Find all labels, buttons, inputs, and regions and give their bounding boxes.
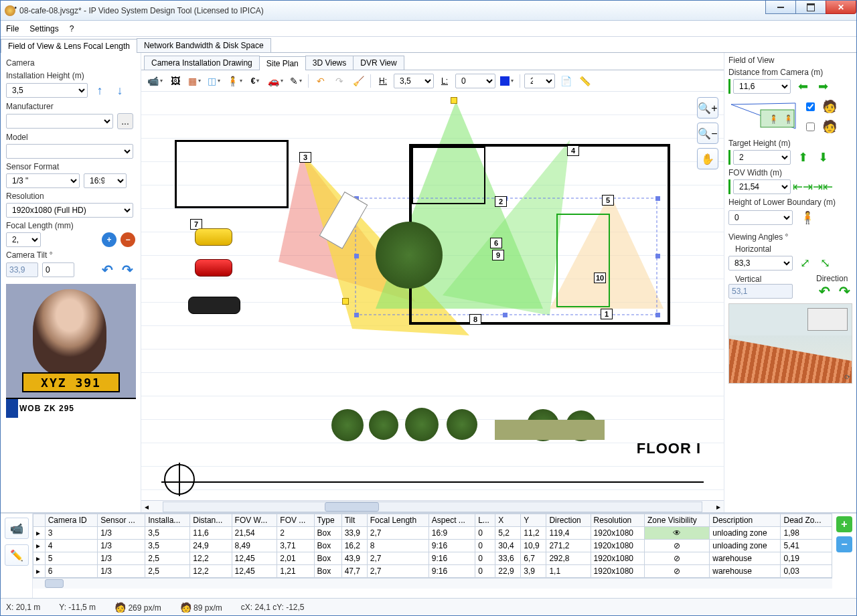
sensor-select[interactable]: 1/3 " <box>6 173 80 188</box>
status-px1: 269 px/m <box>128 603 161 613</box>
model-select[interactable] <box>6 144 133 159</box>
tilt-primary-input[interactable] <box>6 262 38 277</box>
wall-tool-icon[interactable]: ▦▾ <box>186 73 203 89</box>
app-icon <box>5 5 15 16</box>
draw-tool-icon[interactable]: ✎▾ <box>288 73 304 89</box>
tilt-cw-icon[interactable]: ↷ <box>119 262 135 278</box>
main-tabs: Field of View & Lens Focal Length Networ… <box>1 37 856 53</box>
toolbar: 📹▾ 🖼 ▦▾ ◫▾ 🧍▾ €▾ 🚗▾ ✎▾ ↶ ↷ 🧹 H: 3,5 L: 0… <box>141 70 724 92</box>
person-tool-icon[interactable]: 🧍▾ <box>225 73 244 89</box>
lower-boundary-label: Height of Lower Boundary (m) <box>728 198 852 207</box>
menu-help[interactable]: ? <box>70 24 74 33</box>
camera-tool-icon[interactable]: 📹▾ <box>145 73 165 89</box>
horiz-expand-icon[interactable]: ⤢ <box>797 255 813 271</box>
target-up-icon[interactable]: ⬆ <box>795 149 811 165</box>
color-swatch[interactable]: ▾ <box>498 73 516 89</box>
count-select[interactable]: 2 <box>524 74 555 88</box>
direction-label: Direction <box>816 274 852 283</box>
floor-label: FLOOR I <box>637 440 701 457</box>
sensor-format-label: Sensor Format <box>6 162 135 171</box>
tab-dvr-view[interactable]: DVR View <box>353 56 404 70</box>
remove-row-button[interactable]: − <box>836 536 852 552</box>
focal-minus-button[interactable]: − <box>121 232 135 247</box>
model-label: Model <box>6 133 135 142</box>
height-up-icon[interactable]: ↑ <box>92 82 108 98</box>
fovw-expand-icon[interactable]: ⇤⇥ <box>795 179 811 195</box>
tab-camera-drawing[interactable]: Camera Installation Drawing <box>144 56 260 70</box>
distance-select[interactable]: 11,6 <box>733 79 791 94</box>
license-plate-2: WOB ZK 295 <box>6 398 136 418</box>
site-plan-canvas[interactable]: 🔍+ 🔍− ✋ <box>141 92 724 500</box>
height-down-icon[interactable]: ↓ <box>112 82 128 98</box>
redo-icon[interactable]: ↷ <box>331 73 347 89</box>
h-label: H: <box>375 73 391 89</box>
maximize-button[interactable] <box>795 1 826 14</box>
window-title: 08-cafe-08.jvsgz* - IP Video System Desi… <box>19 6 264 15</box>
report-icon[interactable]: 📄 <box>558 73 574 89</box>
car-tool-icon[interactable]: 🚗▾ <box>266 73 285 89</box>
image-tool-icon[interactable]: 🖼 <box>167 73 183 89</box>
box-tool-icon[interactable]: ◫▾ <box>206 73 222 89</box>
target-height-label: Target Height (m) <box>728 139 852 148</box>
license-plate-1: XYZ 391 <box>22 372 120 392</box>
minimize-button[interactable] <box>765 1 796 14</box>
target-height-select[interactable]: 2 <box>733 150 791 165</box>
menu-settings[interactable]: Settings <box>29 24 58 33</box>
camera-type-button[interactable]: 📹 <box>5 518 29 539</box>
tab-3d-views[interactable]: 3D Views <box>305 56 354 70</box>
h-select[interactable]: 3,5 <box>394 74 434 88</box>
status-cxy: cX: 24,1 cY: -12,5 <box>241 603 305 612</box>
direction-cw-icon[interactable]: ↷ <box>836 283 852 299</box>
fov-width-label: FOV Width (m) <box>728 168 852 177</box>
vertical-input <box>728 284 793 299</box>
person-status-icon-2: 🧑 <box>180 602 191 613</box>
camera-table[interactable]: Camera IDSensor ...Installa...Distan...F… <box>33 514 832 578</box>
manufacturer-browse-button[interactable]: ... <box>117 113 133 129</box>
resolution-select[interactable]: 1920x1080 (Full HD) <box>6 203 133 218</box>
camera-preview: XYZ 391 WOB ZK 295 <box>6 284 136 418</box>
distance-left-icon[interactable]: ⬅ <box>795 78 811 94</box>
canvas-hscroll[interactable]: ◂ ▸ <box>141 500 724 512</box>
measure-icon[interactable]: 📏 <box>576 73 593 89</box>
camera-label: Camera <box>6 58 135 68</box>
tilt-secondary-input[interactable] <box>42 262 74 277</box>
lower-boundary-select[interactable]: 0 <box>728 210 793 225</box>
focal-plus-button[interactable]: + <box>102 232 116 247</box>
horizontal-label: Horizontal <box>728 244 852 254</box>
manufacturer-select[interactable] <box>6 114 113 129</box>
menu-file[interactable]: File <box>6 24 19 33</box>
menubar: File Settings ? <box>1 21 856 37</box>
svg-text:🧍: 🧍 <box>783 114 793 124</box>
installation-height-label: Installation Height (m) <box>6 71 135 80</box>
fov-person2-check[interactable] <box>806 123 815 131</box>
distance-right-icon[interactable]: ➡ <box>815 78 831 94</box>
fov-width-select[interactable]: 21,54 <box>733 179 791 194</box>
close-button[interactable] <box>826 1 856 14</box>
l-select[interactable]: 0 <box>455 74 495 88</box>
distance-label: Distance from Camera (m) <box>728 68 852 77</box>
target-down-icon[interactable]: ⬇ <box>815 149 831 165</box>
camera-tilt-label: Camera Tilt ° <box>6 250 135 260</box>
fovw-contract-icon[interactable]: ⇥⇤ <box>815 179 831 195</box>
undo-icon[interactable]: ↶ <box>313 73 329 89</box>
focal-length-select[interactable]: 2,7 <box>6 232 41 247</box>
status-bar: X: 20,1 m Y: -11,5 m 🧑 269 px/m 🧑 89 px/… <box>1 598 856 615</box>
l-label: L: <box>437 73 453 89</box>
installation-height-select[interactable]: 3,5 <box>6 83 88 98</box>
aspect-select[interactable]: 16:9 <box>84 173 127 188</box>
status-px2: 89 px/m <box>193 603 222 613</box>
tab-fov[interactable]: Field of View & Lens Focal Length <box>1 39 137 53</box>
horizontal-select[interactable]: 83,3 <box>728 256 793 271</box>
status-x: X: 20,1 m <box>6 603 40 612</box>
fov-person1-check[interactable] <box>806 102 815 111</box>
price-tool-icon[interactable]: €▾ <box>247 73 263 89</box>
tab-bandwidth[interactable]: Network Bandwidth & Disk Space <box>137 38 271 52</box>
direction-ccw-icon[interactable]: ↶ <box>816 283 832 299</box>
clear-icon[interactable]: 🧹 <box>350 73 366 89</box>
person2-icon: 🧑 <box>819 117 840 136</box>
add-row-button[interactable]: + <box>836 516 852 532</box>
tilt-ccw-icon[interactable]: ↶ <box>99 262 115 278</box>
camera-color-button[interactable]: ✏️ <box>5 544 29 566</box>
horiz-contract-icon[interactable]: ⤡ <box>817 255 833 271</box>
tab-site-plan[interactable]: Site Plan <box>259 56 306 70</box>
